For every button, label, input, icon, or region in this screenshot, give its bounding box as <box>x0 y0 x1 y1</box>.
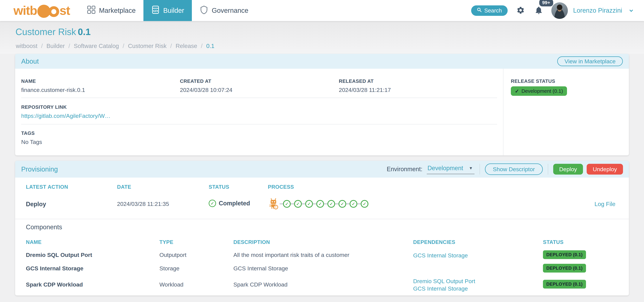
breadcrumb-item[interactable]: Builder <box>46 43 65 49</box>
deploy-button[interactable]: Deploy <box>553 164 583 175</box>
breadcrumb-item[interactable]: Release <box>176 43 197 49</box>
about-title: About <box>21 58 39 65</box>
process-connector <box>357 203 361 204</box>
breadcrumb-item[interactable]: Software Catalog <box>74 43 119 49</box>
component-type: Storage <box>160 265 180 272</box>
undeploy-button[interactable]: Undeploy <box>587 164 623 175</box>
deployed-badge: DEPLOYED (0.1) <box>543 280 586 288</box>
repository-link[interactable]: https://gitlab.com/AgileFactory/W… <box>21 113 110 119</box>
component-status: DEPLOYED (0.1) <box>543 264 586 272</box>
divider <box>480 164 480 175</box>
component-type: Workload <box>160 281 184 288</box>
component-name: Spark CDP Workload <box>26 281 83 288</box>
avatar[interactable] <box>551 2 568 19</box>
field-label: TAGS <box>21 130 42 136</box>
field-created-at: CREATED AT 2024/03/28 10:07:24 <box>180 79 232 93</box>
component-dependencies: Dremio SQL Output Port GCS Internal Stor… <box>413 277 475 292</box>
component-type: Outputport <box>160 252 186 258</box>
provisioning-controls: Environment: Development ▼ Show Descript… <box>387 163 623 175</box>
view-in-marketplace-button[interactable]: View in Marketplace <box>557 56 623 66</box>
breadcrumb-separator: / <box>201 43 202 49</box>
component-status: DEPLOYED (0.1) <box>543 250 586 259</box>
process-chain: ! ✓✓✓✓✓✓✓✓ <box>268 198 368 209</box>
witboost-logo[interactable]: witb st <box>14 3 70 18</box>
component-description: GCS Internal Storage <box>234 265 288 272</box>
nav-item-label: Builder <box>163 7 184 14</box>
latest-action-row: Deploy 2024/03/28 11:21:35 ✓ Completed <box>15 201 629 216</box>
column-header-type: TYPE <box>160 239 173 245</box>
field-label: NAME <box>21 79 85 84</box>
column-header-dependencies: DEPENDENCIES <box>413 239 455 245</box>
provisioning-card-header: Provisioning Environment: Development ▼ … <box>15 161 629 178</box>
deployed-badge: DEPLOYED (0.1) <box>543 264 586 272</box>
search-button[interactable]: Search <box>471 6 508 16</box>
release-status-badge: ✓ Development (0.1) <box>511 86 567 96</box>
divider <box>21 98 497 98</box>
process-step-completed-icon: ✓ <box>294 200 302 208</box>
user-name[interactable]: Lorenzo Pirazzini <box>573 7 622 14</box>
process-step-completed-icon: ✓ <box>328 200 335 208</box>
breadcrumb-item[interactable]: Customer Risk <box>128 43 166 49</box>
dependency-link[interactable]: Dremio SQL Output Port <box>413 277 475 285</box>
top-nav: witb st Marketplace Builder <box>0 0 644 21</box>
breadcrumb: witboost/ Builder/ Software Catalog/ Cus… <box>16 43 214 49</box>
latest-action-date: 2024/03/28 11:21:35 <box>117 201 169 207</box>
dependency-link[interactable]: GCS Internal Storage <box>413 252 468 259</box>
field-value: finance.customer-risk.0.1 <box>21 87 85 93</box>
breadcrumb-separator: / <box>68 43 70 49</box>
environment-label: Environment: <box>387 166 422 173</box>
column-header-process: PROCESS <box>268 184 294 190</box>
notifications-button[interactable]: 99+ <box>534 6 543 16</box>
column-header-date: DATE <box>117 184 131 190</box>
breadcrumb-separator: / <box>122 43 124 49</box>
provisioning-body: LATEST ACTION DATE STATUS PROCESS Deploy… <box>15 178 629 295</box>
process-step-completed-icon: ✓ <box>361 200 368 208</box>
gear-icon <box>516 6 525 15</box>
provisioning-title: Provisioning <box>21 165 58 173</box>
nav-item-marketplace[interactable]: Marketplace <box>79 0 144 21</box>
process-step-completed-icon: ✓ <box>283 200 291 208</box>
notification-count-badge: 99+ <box>539 0 553 7</box>
process-connector <box>324 203 328 204</box>
dropdown-arrow-icon: ▼ <box>469 166 473 171</box>
chevron-down-icon <box>628 8 634 14</box>
log-file-link[interactable]: Log File <box>594 201 616 207</box>
process-connector <box>302 203 305 204</box>
process-connector <box>291 203 294 204</box>
user-menu-chevron[interactable] <box>628 8 634 14</box>
component-name: GCS Internal Storage <box>26 265 84 272</box>
dependency-link[interactable]: GCS Internal Storage <box>413 285 475 292</box>
divider <box>548 164 548 175</box>
release-status-text: Development (0.1) <box>522 88 563 94</box>
field-released-at: RELEASED AT 2024/03/28 11:21:17 <box>339 79 391 93</box>
column-header-description: DESCRIPTION <box>234 239 270 245</box>
latest-action-status: ✓ Completed <box>209 200 250 207</box>
field-value: No Tags <box>21 139 42 145</box>
field-label: CREATED AT <box>180 79 232 84</box>
logo-text-left: witb <box>14 3 37 18</box>
nav-right-cluster: Search 99+ Lorenzo Pirazzini <box>471 2 634 19</box>
process-step-completed-icon: ✓ <box>305 200 313 208</box>
field-name: NAME finance.customer-risk.0.1 <box>21 79 85 93</box>
process-step-completed-icon: ✓ <box>338 200 346 208</box>
logo-o-ring <box>48 6 59 17</box>
settings-button[interactable] <box>516 6 525 15</box>
environment-select[interactable]: Development ▼ <box>427 164 474 174</box>
breadcrumb-separator: / <box>41 43 43 49</box>
breadcrumb-separator: / <box>170 43 172 49</box>
show-descriptor-button[interactable]: Show Descriptor <box>485 163 542 175</box>
components-title: Components <box>26 223 62 231</box>
page-title: Customer Risk0.1 <box>16 27 91 37</box>
nav-item-governance[interactable]: Governance <box>192 0 256 21</box>
process-connector <box>313 203 316 204</box>
process-connector <box>346 203 350 204</box>
grid-icon <box>87 6 96 16</box>
breadcrumb-item[interactable]: witboost <box>16 43 37 49</box>
nav-item-builder[interactable]: Builder <box>144 0 192 21</box>
bell-icon <box>534 13 543 15</box>
status-text: Completed <box>219 200 250 207</box>
divider <box>15 219 629 219</box>
release-status-zone: RELEASE STATUS ✓ Development (0.1) <box>503 69 629 155</box>
process-connector <box>335 203 338 204</box>
check-circle-icon: ✓ <box>209 200 216 207</box>
